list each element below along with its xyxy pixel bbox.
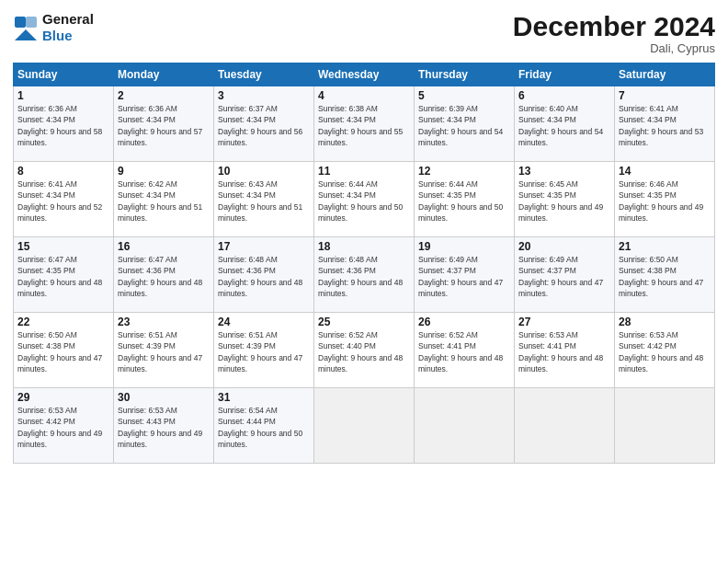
day-number: 4 — [318, 89, 410, 102]
day-number: 1 — [17, 89, 109, 102]
cell-content: Sunrise: 6:36 AMSunset: 4:34 PMDaylight:… — [17, 104, 102, 147]
cell-content: Sunrise: 6:47 AMSunset: 4:35 PMDaylight:… — [17, 255, 102, 298]
day-number: 10 — [218, 165, 310, 178]
cell-content: Sunrise: 6:38 AMSunset: 4:34 PMDaylight:… — [318, 104, 403, 147]
table-row: 11Sunrise: 6:44 AMSunset: 4:34 PMDayligh… — [314, 162, 415, 237]
day-number: 25 — [318, 316, 410, 328]
cell-content: Sunrise: 6:50 AMSunset: 4:38 PMDaylight:… — [17, 330, 102, 373]
cell-content: Sunrise: 6:52 AMSunset: 4:40 PMDaylight:… — [318, 330, 403, 373]
table-row: 4Sunrise: 6:38 AMSunset: 4:34 PMDaylight… — [314, 86, 415, 162]
table-row: 30Sunrise: 6:53 AMSunset: 4:43 PMDayligh… — [114, 388, 214, 464]
table-row: 18Sunrise: 6:48 AMSunset: 4:36 PMDayligh… — [314, 237, 415, 313]
cell-content: Sunrise: 6:48 AMSunset: 4:36 PMDaylight:… — [318, 255, 403, 298]
table-row — [314, 388, 415, 464]
cell-content: Sunrise: 6:44 AMSunset: 4:35 PMDaylight:… — [418, 179, 503, 223]
day-number: 8 — [17, 165, 109, 178]
cell-content: Sunrise: 6:49 AMSunset: 4:37 PMDaylight:… — [418, 255, 503, 298]
col-saturday: Saturday — [615, 63, 715, 86]
logo: General Blue — [13, 11, 94, 44]
svg-rect-1 — [26, 17, 37, 28]
day-number: 14 — [619, 165, 711, 178]
day-number: 5 — [418, 89, 510, 102]
table-row: 17Sunrise: 6:48 AMSunset: 4:36 PMDayligh… — [214, 237, 314, 313]
col-thursday: Thursday — [415, 63, 515, 86]
cell-content: Sunrise: 6:50 AMSunset: 4:38 PMDaylight:… — [619, 255, 703, 298]
col-tuesday: Tuesday — [214, 63, 314, 86]
table-row: 15Sunrise: 6:47 AMSunset: 4:35 PMDayligh… — [14, 237, 114, 313]
month-title: December 2024 — [513, 11, 715, 41]
table-row: 16Sunrise: 6:47 AMSunset: 4:36 PMDayligh… — [114, 237, 214, 313]
cell-content: Sunrise: 6:48 AMSunset: 4:36 PMDaylight:… — [218, 255, 302, 298]
table-row: 28Sunrise: 6:53 AMSunset: 4:42 PMDayligh… — [615, 313, 715, 388]
cell-content: Sunrise: 6:46 AMSunset: 4:35 PMDaylight:… — [619, 179, 703, 223]
day-number: 2 — [118, 89, 210, 102]
cell-content: Sunrise: 6:53 AMSunset: 4:43 PMDaylight:… — [118, 406, 202, 449]
table-row: 23Sunrise: 6:51 AMSunset: 4:39 PMDayligh… — [114, 313, 214, 388]
calendar-header-row: Sunday Monday Tuesday Wednesday Thursday… — [14, 63, 715, 86]
day-number: 3 — [218, 89, 310, 102]
table-row: 7Sunrise: 6:41 AMSunset: 4:34 PMDaylight… — [615, 86, 715, 162]
cell-content: Sunrise: 6:40 AMSunset: 4:34 PMDaylight:… — [518, 104, 603, 147]
cell-content: Sunrise: 6:47 AMSunset: 4:36 PMDaylight:… — [118, 255, 202, 298]
day-number: 27 — [518, 316, 610, 328]
table-row: 20Sunrise: 6:49 AMSunset: 4:37 PMDayligh… — [515, 237, 615, 313]
day-number: 23 — [118, 316, 210, 328]
day-number: 24 — [218, 316, 310, 328]
col-friday: Friday — [515, 63, 615, 86]
table-row: 21Sunrise: 6:50 AMSunset: 4:38 PMDayligh… — [615, 237, 715, 313]
table-row: 13Sunrise: 6:45 AMSunset: 4:35 PMDayligh… — [515, 162, 615, 237]
day-number: 17 — [218, 240, 310, 253]
cell-content: Sunrise: 6:44 AMSunset: 4:34 PMDaylight:… — [318, 179, 403, 223]
col-monday: Monday — [114, 63, 214, 86]
day-number: 29 — [17, 391, 109, 404]
svg-marker-2 — [15, 29, 37, 40]
table-row: 2Sunrise: 6:36 AMSunset: 4:34 PMDaylight… — [114, 86, 214, 162]
table-row — [615, 388, 715, 464]
table-row: 19Sunrise: 6:49 AMSunset: 4:37 PMDayligh… — [415, 237, 515, 313]
day-number: 31 — [218, 391, 310, 404]
cell-content: Sunrise: 6:51 AMSunset: 4:39 PMDaylight:… — [218, 330, 302, 373]
header: General Blue December 2024 Dali, Cyprus — [13, 11, 715, 55]
cell-content: Sunrise: 6:41 AMSunset: 4:34 PMDaylight:… — [619, 104, 703, 147]
cell-content: Sunrise: 6:51 AMSunset: 4:39 PMDaylight:… — [118, 330, 202, 373]
table-row — [415, 388, 515, 464]
day-number: 30 — [118, 391, 210, 404]
table-row: 10Sunrise: 6:43 AMSunset: 4:34 PMDayligh… — [214, 162, 314, 237]
page: General Blue December 2024 Dali, Cyprus … — [0, 0, 728, 563]
cell-content: Sunrise: 6:42 AMSunset: 4:34 PMDaylight:… — [118, 179, 202, 223]
svg-rect-0 — [15, 17, 26, 28]
day-number: 22 — [17, 316, 109, 328]
cell-content: Sunrise: 6:43 AMSunset: 4:34 PMDaylight:… — [218, 179, 302, 223]
day-number: 11 — [318, 165, 410, 178]
table-row: 25Sunrise: 6:52 AMSunset: 4:40 PMDayligh… — [314, 313, 415, 388]
logo-icon — [13, 15, 39, 40]
table-row: 6Sunrise: 6:40 AMSunset: 4:34 PMDaylight… — [515, 86, 615, 162]
day-number: 26 — [418, 316, 510, 328]
table-row: 27Sunrise: 6:53 AMSunset: 4:41 PMDayligh… — [515, 313, 615, 388]
col-sunday: Sunday — [14, 63, 114, 86]
day-number: 28 — [619, 316, 711, 328]
cell-content: Sunrise: 6:53 AMSunset: 4:42 PMDaylight:… — [17, 406, 102, 449]
cell-content: Sunrise: 6:52 AMSunset: 4:41 PMDaylight:… — [418, 330, 503, 373]
day-number: 12 — [418, 165, 510, 178]
day-number: 19 — [418, 240, 510, 253]
logo-line1: General — [42, 11, 94, 28]
table-row: 5Sunrise: 6:39 AMSunset: 4:34 PMDaylight… — [415, 86, 515, 162]
table-row: 14Sunrise: 6:46 AMSunset: 4:35 PMDayligh… — [615, 162, 715, 237]
location: Dali, Cyprus — [513, 41, 715, 55]
day-number: 18 — [318, 240, 410, 253]
table-row: 22Sunrise: 6:50 AMSunset: 4:38 PMDayligh… — [14, 313, 114, 388]
table-row: 29Sunrise: 6:53 AMSunset: 4:42 PMDayligh… — [14, 388, 114, 464]
cell-content: Sunrise: 6:36 AMSunset: 4:34 PMDaylight:… — [118, 104, 202, 147]
logo-line2: Blue — [42, 28, 94, 44]
cell-content: Sunrise: 6:37 AMSunset: 4:34 PMDaylight:… — [218, 104, 302, 147]
day-number: 20 — [518, 240, 610, 253]
day-number: 6 — [518, 89, 610, 102]
title-area: December 2024 Dali, Cyprus — [513, 11, 715, 55]
table-row: 12Sunrise: 6:44 AMSunset: 4:35 PMDayligh… — [415, 162, 515, 237]
day-number: 15 — [17, 240, 109, 253]
day-number: 9 — [118, 165, 210, 178]
table-row: 26Sunrise: 6:52 AMSunset: 4:41 PMDayligh… — [415, 313, 515, 388]
cell-content: Sunrise: 6:53 AMSunset: 4:41 PMDaylight:… — [518, 330, 603, 373]
day-number: 7 — [619, 89, 711, 102]
